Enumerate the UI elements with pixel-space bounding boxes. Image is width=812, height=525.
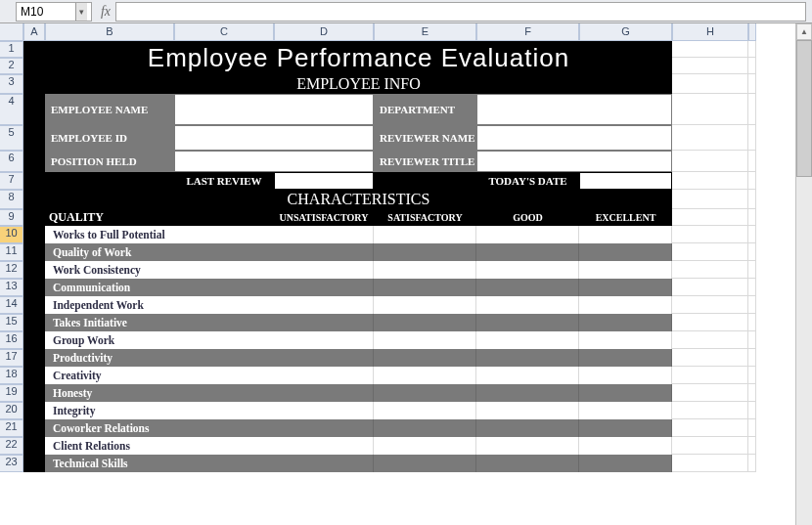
rating-cell[interactable] xyxy=(274,367,374,384)
rating-cell[interactable] xyxy=(476,437,579,455)
rating-cell[interactable] xyxy=(476,243,579,261)
rating-cell[interactable] xyxy=(579,419,672,437)
row-header-2[interactable]: 2 xyxy=(0,58,23,74)
rating-cell[interactable] xyxy=(579,226,672,243)
rating-cell[interactable] xyxy=(374,349,476,367)
row-header-12[interactable]: 12 xyxy=(0,261,23,279)
rating-cell[interactable] xyxy=(274,455,374,472)
row-header-15[interactable]: 15 xyxy=(0,314,23,331)
row-header-10[interactable]: 10 xyxy=(0,226,23,243)
rating-cell[interactable] xyxy=(374,367,476,384)
rating-cell[interactable] xyxy=(274,437,374,455)
rating-cell[interactable] xyxy=(579,243,672,261)
rating-cell[interactable] xyxy=(374,279,476,296)
rating-cell[interactable] xyxy=(274,279,374,296)
row-header-1[interactable]: 1 xyxy=(0,41,23,58)
row-header-11[interactable]: 11 xyxy=(0,243,23,261)
rating-cell[interactable] xyxy=(476,261,579,279)
row-header-4[interactable]: 4 xyxy=(0,94,23,125)
rating-cell[interactable] xyxy=(374,402,476,419)
row-header-6[interactable]: 6 xyxy=(0,151,23,172)
rating-cell[interactable] xyxy=(476,226,579,243)
name-box-dropdown[interactable]: ▾ xyxy=(75,3,87,21)
rating-cell[interactable] xyxy=(374,243,476,261)
spreadsheet-grid[interactable]: ABCDEFGH1Employee Performance Evaluation… xyxy=(0,23,812,472)
col-header-D[interactable]: D xyxy=(274,23,374,41)
row-header-9[interactable]: 9 xyxy=(0,209,23,226)
row-header-20[interactable]: 20 xyxy=(0,402,23,419)
rating-cell[interactable] xyxy=(476,331,579,349)
row-header-22[interactable]: 22 xyxy=(0,437,23,455)
row-header-17[interactable]: 17 xyxy=(0,349,23,367)
rating-cell[interactable] xyxy=(374,296,476,314)
col-header-F[interactable]: F xyxy=(476,23,579,41)
rating-cell[interactable] xyxy=(579,367,672,384)
col-header-H[interactable]: H xyxy=(672,23,748,41)
name-box[interactable]: M10 ▾ xyxy=(16,2,92,22)
row-header-19[interactable]: 19 xyxy=(0,384,23,402)
rating-cell[interactable] xyxy=(579,402,672,419)
rating-cell[interactable] xyxy=(274,314,374,331)
rating-cell[interactable] xyxy=(274,261,374,279)
row-header-3[interactable]: 3 xyxy=(0,74,23,94)
rating-cell[interactable] xyxy=(579,314,672,331)
fx-icon[interactable]: fx xyxy=(96,4,115,20)
rating-cell[interactable] xyxy=(274,226,374,243)
row-header-21[interactable]: 21 xyxy=(0,419,23,437)
rating-cell[interactable] xyxy=(374,331,476,349)
rating-cell[interactable] xyxy=(476,296,579,314)
col-header-C[interactable]: C xyxy=(174,23,274,41)
row-header-14[interactable]: 14 xyxy=(0,296,23,314)
row-header-23[interactable]: 23 xyxy=(0,455,23,472)
row-header-8[interactable]: 8 xyxy=(0,190,23,209)
cell-reference: M10 xyxy=(21,5,43,19)
row-header-18[interactable]: 18 xyxy=(0,367,23,384)
rating-cell[interactable] xyxy=(476,419,579,437)
col-header-A[interactable]: A xyxy=(23,23,45,41)
quality-row: Productivity xyxy=(45,349,274,367)
quality-row: Coworker Relations xyxy=(45,419,274,437)
rating-cell[interactable] xyxy=(274,349,374,367)
col-header-B[interactable]: B xyxy=(45,23,174,41)
rating-cell[interactable] xyxy=(579,349,672,367)
rating-cell[interactable] xyxy=(579,261,672,279)
rating-cell[interactable] xyxy=(476,384,579,402)
rating-cell[interactable] xyxy=(374,261,476,279)
rating-cell[interactable] xyxy=(476,455,579,472)
rating-cell[interactable] xyxy=(274,384,374,402)
rating-cell[interactable] xyxy=(476,279,579,296)
rating-cell[interactable] xyxy=(274,419,374,437)
rating-cell[interactable] xyxy=(579,437,672,455)
rating-cell[interactable] xyxy=(274,402,374,419)
rating-cell[interactable] xyxy=(476,349,579,367)
row-header-16[interactable]: 16 xyxy=(0,331,23,349)
vertical-scrollbar[interactable]: ▲ xyxy=(795,23,812,472)
rating-cell[interactable] xyxy=(579,455,672,472)
row-header-5[interactable]: 5 xyxy=(0,125,23,151)
row-header-13[interactable]: 13 xyxy=(0,279,23,296)
rating-cell[interactable] xyxy=(274,331,374,349)
rating-cell[interactable] xyxy=(476,367,579,384)
rating-cell[interactable] xyxy=(374,384,476,402)
rating-cell[interactable] xyxy=(274,296,374,314)
rating-cell[interactable] xyxy=(374,455,476,472)
col-header-E[interactable]: E xyxy=(374,23,476,41)
rating-cell[interactable] xyxy=(476,402,579,419)
formula-input[interactable] xyxy=(115,2,806,22)
rating-cell[interactable] xyxy=(579,296,672,314)
rating-cell[interactable] xyxy=(374,437,476,455)
rating-cell[interactable] xyxy=(476,314,579,331)
scroll-up-button[interactable]: ▲ xyxy=(796,23,812,40)
rating-cell[interactable] xyxy=(374,419,476,437)
rating-cell[interactable] xyxy=(579,331,672,349)
rating-cell[interactable] xyxy=(579,279,672,296)
scroll-thumb[interactable] xyxy=(796,40,812,177)
rating-cell[interactable] xyxy=(374,226,476,243)
rating-cell[interactable] xyxy=(374,314,476,331)
rating-cell[interactable] xyxy=(274,243,374,261)
quality-row: Independent Work xyxy=(45,296,274,314)
rating-cell[interactable] xyxy=(579,384,672,402)
col-header-G[interactable]: G xyxy=(579,23,672,41)
info-label: REVIEWER NAME xyxy=(374,125,476,151)
row-header-7[interactable]: 7 xyxy=(0,172,23,190)
